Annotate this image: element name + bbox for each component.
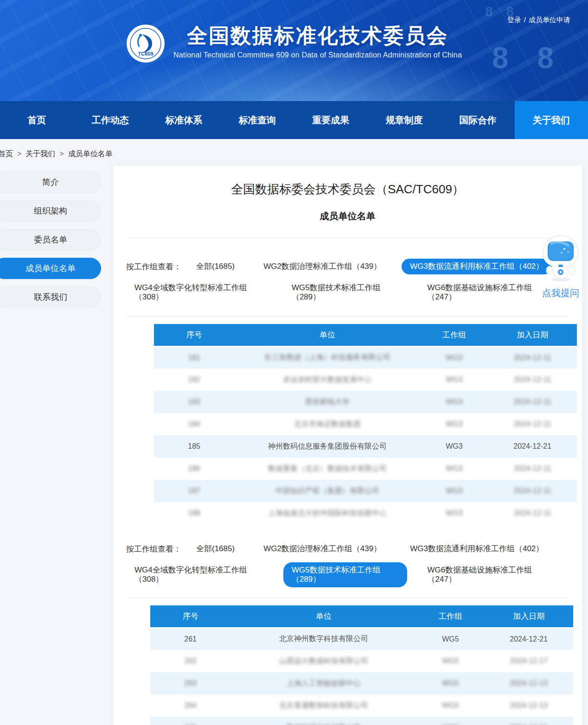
- cell-unit: 西安邮电大学: [234, 391, 420, 413]
- sidebar: 简介组织架构委员名单成员单位名单联系我们: [0, 165, 101, 315]
- table-header-row: 序号单位工作组加入日期: [154, 324, 577, 346]
- filter-row: 按工作组查看：全部(1685)WG2数据治理标准工作组（439）WG3数据流通利…: [126, 259, 569, 274]
- cell-join-date: 2024-12-17: [484, 650, 573, 672]
- filter-pill[interactable]: WG3数据流通利用标准工作组（402）: [402, 259, 552, 274]
- cell-workgroup: WG5: [417, 717, 485, 725]
- cell-serial: 261: [150, 628, 230, 650]
- login-link[interactable]: 登录: [507, 16, 521, 24]
- column-header: 加入日期: [484, 605, 573, 628]
- divider: [126, 316, 569, 317]
- filter-pill[interactable]: WG2数据治理标准工作组（439）: [255, 259, 390, 274]
- table-header-row: 序号单位工作组加入日期: [150, 605, 573, 628]
- breadcrumb-item: 成员单位名单: [68, 150, 113, 158]
- sidebar-item[interactable]: 委员名单: [0, 229, 101, 250]
- cell-join-date: 2024-12-21: [488, 435, 577, 458]
- cell-workgroup: WG3: [421, 413, 488, 435]
- nav-item[interactable]: 重要成果: [294, 101, 368, 139]
- cell-serial: 186: [154, 458, 234, 480]
- assistant-robot[interactable]: 点我提问: [538, 235, 583, 299]
- topbar-separator: /: [524, 16, 526, 24]
- cell-serial: 263: [150, 672, 230, 694]
- table-body: 261北京神州数字科技有限公司WG52024-12-21262山西远大数据科技有…: [150, 628, 573, 725]
- topbar: 登录/成员单位申请: [507, 16, 570, 25]
- site-title: 全国数据标准化技术委员会: [173, 24, 462, 48]
- member-apply-link[interactable]: 成员单位申请: [529, 16, 570, 24]
- nav-item[interactable]: 国际合作: [441, 101, 515, 139]
- nav-item[interactable]: 首页: [0, 101, 74, 139]
- nav-item[interactable]: 规章制度: [368, 101, 441, 139]
- filter-pill[interactable]: 全部(1685): [188, 541, 243, 557]
- cell-serial: 184: [154, 413, 234, 435]
- cell-unit: 数据智研科技有限公司: [230, 717, 416, 725]
- cell-join-date: 2024-12-21: [484, 628, 573, 650]
- sidebar-item[interactable]: 联系我们: [0, 286, 101, 308]
- column-header: 加入日期: [488, 324, 577, 346]
- filter-row: WG4全域数字化转型标准工作组（308）WG5数据技术标准工作组（289）WG6…: [126, 562, 569, 587]
- cell-unit: 神州数码信息服务集团股份有限公司: [234, 435, 420, 458]
- cell-workgroup: WG5: [417, 694, 485, 717]
- filter-row: WG4全域数字化转型标准工作组（308）WG5数据技术标准工作组（289）WG6…: [126, 280, 569, 305]
- table-row: 181长三角数据（上海）科技服务有限公司WG32024-12-11: [154, 346, 577, 369]
- nav-item[interactable]: 工作动态: [74, 101, 147, 139]
- table-row: 263上海人工智能创新中心WG52024-12-13: [150, 672, 573, 694]
- filter-pill[interactable]: WG2数据治理标准工作组（439）: [255, 541, 390, 557]
- member-sections: 按工作组查看：全部(1685)WG2数据治理标准工作组（439）WG3数据流通利…: [113, 238, 582, 725]
- cell-serial: 181: [154, 346, 234, 369]
- breadcrumb-separator: >: [17, 150, 21, 158]
- filter-section: 按工作组查看：全部(1685)WG2数据治理标准工作组（439）WG3数据流通利…: [113, 524, 582, 598]
- svg-text:TC609: TC609: [138, 51, 153, 57]
- site-logo[interactable]: TC609: [126, 24, 165, 63]
- breadcrumb-item[interactable]: 关于我们: [26, 150, 55, 158]
- cell-workgroup: WG3: [421, 369, 488, 391]
- column-header: 工作组: [421, 324, 488, 346]
- site-subtitle: National Technical Committee 609 on Data…: [173, 51, 462, 59]
- cell-unit: 上海人工智能创新中心: [230, 672, 416, 694]
- robot-icon: [540, 235, 581, 283]
- sidebar-item[interactable]: 组织架构: [0, 200, 101, 222]
- assistant-label[interactable]: 点我提问: [538, 287, 583, 299]
- breadcrumb-separator: >: [59, 150, 64, 158]
- content-layout: 简介组织架构委员名单成员单位名单联系我们 全国数据标委会技术委员会（SAC/TC…: [0, 165, 588, 725]
- cell-unit: 长三角数据（上海）科技服务有限公司: [234, 346, 420, 369]
- cell-join-date: 2024-12-11: [488, 458, 577, 480]
- main-nav: 首页工作动态标准体系标准查询重要成果规章制度国际合作关于我们: [0, 101, 588, 139]
- cell-join-date: 2024-12-13: [484, 694, 573, 717]
- brand-text: 全国数据标准化技术委员会 National Technical Committe…: [173, 24, 462, 59]
- filter-group-label: 按工作组查看：: [126, 261, 181, 272]
- sidebar-item[interactable]: 简介: [0, 172, 101, 193]
- cell-unit: 北京神州数字科技有限公司: [230, 628, 416, 650]
- filter-pill[interactable]: WG4全域数字化转型标准工作组（308）: [126, 562, 271, 587]
- filter-pill[interactable]: WG5数据技术标准工作组（289）: [283, 280, 407, 305]
- cell-workgroup: WG5: [417, 628, 485, 650]
- filter-row: 按工作组查看：全部(1685)WG2数据治理标准工作组（439）WG3数据流通利…: [126, 541, 569, 557]
- hero-header: 8 8 8 8 登录/成员单位申请 TC609 全国数据标准化技术委员会 Nat…: [0, 0, 588, 101]
- cell-unit: 农业农村部大数据发展中心: [234, 369, 420, 391]
- filter-pill[interactable]: 全部(1685): [188, 259, 243, 274]
- table-row: 188上海临港北大软件国际科技创新中心WG32024-12-11: [154, 502, 577, 524]
- filter-pill[interactable]: WG6数据基础设施标准工作组（247）: [419, 280, 557, 305]
- tc609-logo-icon: TC609: [126, 24, 165, 63]
- nav-item[interactable]: 关于我们: [515, 101, 588, 139]
- nav-item[interactable]: 标准体系: [147, 101, 221, 139]
- breadcrumb: 首页>关于我们>成员单位名单: [0, 139, 588, 165]
- cell-unit: 山西远大数据科技有限公司: [230, 650, 416, 672]
- filter-section: 按工作组查看：全部(1685)WG2数据治理标准工作组（439）WG3数据流通利…: [113, 238, 582, 316]
- cell-workgroup: WG5: [417, 650, 485, 672]
- cell-workgroup: WG3: [421, 480, 488, 502]
- table-row: 182农业农村部大数据发展中心WG32024-12-11: [154, 369, 577, 391]
- column-header: 单位: [230, 605, 416, 628]
- cell-serial: 185: [154, 435, 234, 458]
- cell-join-date: 2024-12-13: [484, 672, 573, 694]
- filter-pill[interactable]: WG5数据技术标准工作组（289）: [283, 562, 407, 587]
- breadcrumb-item[interactable]: 首页: [0, 150, 13, 158]
- table-header: 序号单位工作组加入日期: [154, 324, 577, 346]
- filter-pill[interactable]: WG3数据流通利用标准工作组（402）: [402, 541, 552, 557]
- filter-pill[interactable]: WG6数据基础设施标准工作组（247）: [419, 562, 557, 587]
- table-row: 186数据要素（北京）数据技术有限公司WG32024-12-11: [154, 458, 577, 480]
- nav-item[interactable]: 标准查询: [221, 101, 294, 139]
- table-body: 181长三角数据（上海）科技服务有限公司WG32024-12-11182农业农村…: [154, 346, 577, 524]
- cell-workgroup: WG3: [421, 458, 488, 480]
- sidebar-item[interactable]: 成员单位名单: [0, 258, 101, 279]
- cell-workgroup: WG3: [421, 391, 488, 413]
- filter-pill[interactable]: WG4全域数字化转型标准工作组（308）: [126, 280, 271, 305]
